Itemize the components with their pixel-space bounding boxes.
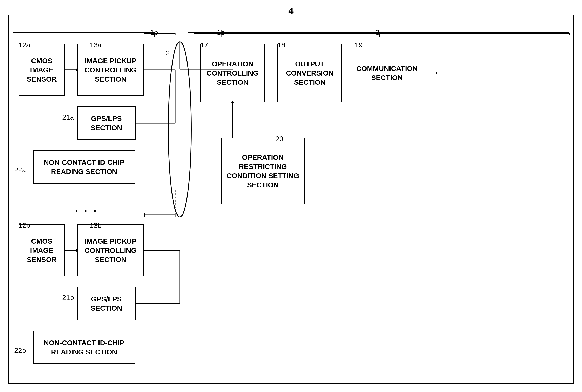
- communication: COMMUNICATIONSECTION: [354, 44, 419, 102]
- ref-3: 3: [376, 28, 380, 36]
- ref-20: 20: [275, 135, 283, 143]
- operation-restrict: OPERATIONRESTRICTINGCONDITION SETTINGSEC…: [221, 138, 304, 204]
- ref-1b-bottom: 1b: [217, 28, 225, 36]
- ref-12a: 12a: [18, 41, 30, 49]
- ref-22b: 22b: [14, 346, 26, 354]
- ref-19: 19: [354, 41, 362, 49]
- ref-13b: 13b: [90, 221, 102, 230]
- ref-18: 18: [278, 41, 285, 49]
- figure-number: 4: [288, 6, 293, 16]
- image-pickup-ctrl-a: IMAGE PICKUPCONTROLLINGSECTION: [77, 44, 144, 96]
- dots-separator: . . .: [75, 202, 98, 214]
- ref-13a: 13a: [90, 41, 102, 49]
- cmos-sensor-b: CMOSIMAGESENSOR: [19, 224, 65, 276]
- ref-1b-top: 1b: [150, 28, 158, 36]
- ref-22a: 22a: [14, 166, 26, 174]
- operation-ctrl: OPERATIONCONTROLLINGSECTION: [200, 44, 265, 102]
- gps-lps-b: GPS/LPSSECTION: [77, 287, 136, 320]
- ref-21b: 21b: [62, 294, 74, 302]
- ref-2: 2: [166, 49, 170, 57]
- non-contact-b: NON-CONTACT ID-CHIPREADING SECTION: [33, 331, 135, 364]
- output-conv: OUTPUTCONVERSIONSECTION: [278, 44, 342, 102]
- ref-21a: 21a: [62, 113, 74, 121]
- cmos-sensor-a: CMOSIMAGESENSOR: [19, 44, 65, 96]
- gps-lps-a: GPS/LPSSECTION: [77, 106, 136, 140]
- ref-12b: 12b: [18, 221, 30, 230]
- image-pickup-ctrl-b: IMAGE PICKUPCONTROLLINGSECTION: [77, 224, 144, 276]
- ref-17: 17: [200, 41, 208, 49]
- non-contact-a: NON-CONTACT ID-CHIPREADING SECTION: [33, 150, 135, 184]
